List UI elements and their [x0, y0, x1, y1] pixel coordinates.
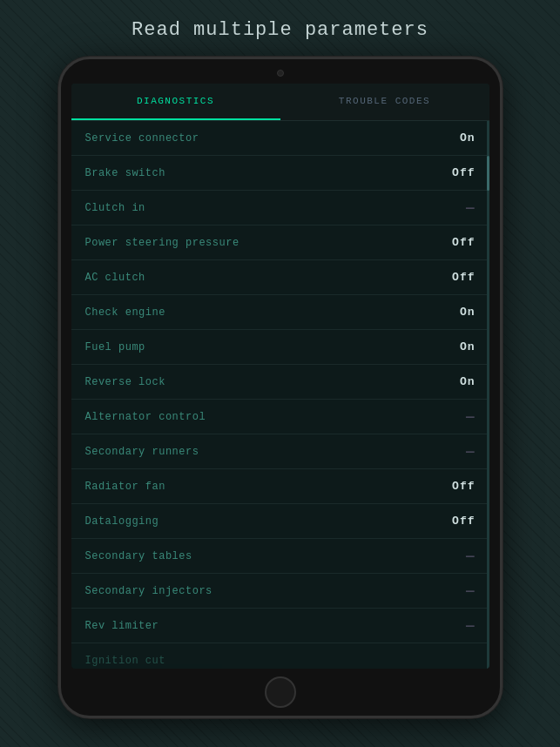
param-list: Service connectorOnBrake switchOffClutch…	[71, 121, 489, 669]
param-name: Fuel pump	[85, 341, 145, 353]
param-name: Secondary runners	[85, 446, 199, 458]
param-value: Off	[444, 236, 476, 249]
param-name: AC clutch	[85, 272, 145, 284]
param-row: AC clutchOff	[71, 260, 489, 295]
home-button[interactable]	[265, 676, 296, 708]
param-name: Power steering pressure	[85, 237, 240, 249]
param-value: —	[444, 444, 476, 460]
param-name: Service connector	[85, 132, 199, 145]
param-row: Brake switchOff	[71, 156, 489, 191]
param-row: Clutch in—	[71, 191, 489, 225]
param-name: Alternator control	[85, 411, 206, 423]
tab-diagnostics[interactable]: DIAGNOSTICS	[71, 84, 280, 120]
param-row: Reverse lockOn	[71, 365, 489, 400]
param-value: —	[444, 618, 476, 634]
param-name: Ignition cut	[85, 655, 165, 667]
param-row: DataloggingOff	[71, 504, 489, 539]
scrollbar-thumb	[487, 156, 489, 191]
param-value: Off	[444, 515, 476, 528]
param-value: —	[444, 200, 476, 216]
param-row: Service connectorOn	[71, 121, 489, 156]
param-row: Secondary injectors—	[71, 574, 489, 609]
param-row: Radiator fanOff	[71, 469, 489, 504]
param-name: Check engine	[85, 306, 165, 319]
param-value: On	[444, 340, 476, 353]
param-value: —	[444, 548, 476, 564]
param-value: —	[444, 409, 476, 425]
param-row: Alternator control—	[71, 400, 489, 434]
param-value: Off	[444, 480, 476, 493]
page-title: Read multiple parameters	[132, 19, 428, 41]
param-row: Secondary runners—	[71, 434, 489, 469]
param-row: Ignition cut	[71, 643, 489, 669]
tab-bar: DIAGNOSTICS TROUBLE CODES	[71, 84, 489, 121]
scrollbar[interactable]	[487, 121, 489, 669]
param-row: Fuel pumpOn	[71, 330, 489, 365]
param-name: Secondary injectors	[85, 585, 213, 597]
home-button-area	[61, 669, 500, 716]
param-name: Clutch in	[85, 202, 145, 214]
param-value: Off	[444, 271, 476, 284]
tablet-screen: DIAGNOSTICS TROUBLE CODES Service connec…	[71, 84, 489, 669]
camera	[277, 70, 284, 77]
param-value: On	[444, 375, 476, 388]
param-value: On	[444, 131, 476, 145]
param-row: Power steering pressureOff	[71, 225, 489, 260]
param-name: Reverse lock	[85, 376, 165, 388]
param-name: Datalogging	[85, 515, 159, 528]
param-row: Rev limiter—	[71, 609, 489, 643]
tablet-frame: DIAGNOSTICS TROUBLE CODES Service connec…	[58, 57, 503, 718]
param-name: Brake switch	[85, 167, 165, 179]
param-name: Secondary tables	[85, 550, 192, 562]
param-value: —	[444, 583, 476, 599]
param-row: Secondary tables—	[71, 539, 489, 574]
param-value: On	[444, 306, 476, 319]
param-value: Off	[444, 166, 476, 179]
param-row: Check engineOn	[71, 295, 489, 330]
param-name: Radiator fan	[85, 481, 165, 493]
tab-trouble-codes[interactable]: TROUBLE CODES	[280, 84, 489, 120]
param-name: Rev limiter	[85, 620, 159, 632]
